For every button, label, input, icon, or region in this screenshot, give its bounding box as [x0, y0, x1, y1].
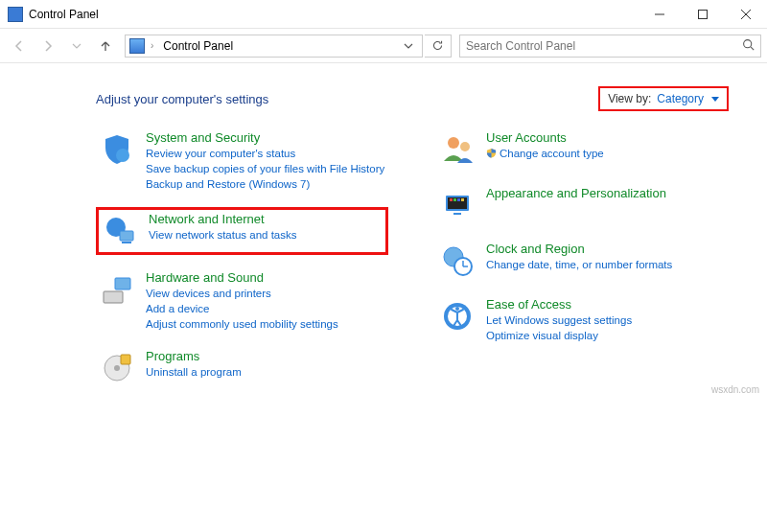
toolbar: › Control Panel — [0, 29, 767, 63]
category-network-internet: Network and InternetView network status … — [96, 207, 388, 255]
category-link[interactable]: Change account type — [486, 147, 604, 161]
svg-rect-8 — [120, 231, 133, 241]
svg-rect-11 — [115, 278, 130, 289]
svg-point-4 — [744, 39, 752, 47]
category-appearance-personalization: Appearance and Personalization — [436, 184, 729, 226]
category-body: Clock and RegionChange date, time, or nu… — [486, 242, 672, 272]
ease-of-access-icon[interactable] — [438, 297, 476, 335]
category-clock-region: Clock and RegionChange date, time, or nu… — [436, 240, 729, 282]
system-security-icon[interactable] — [98, 130, 136, 169]
category-title-user-accounts[interactable]: User Accounts — [486, 130, 604, 146]
svg-point-15 — [448, 137, 459, 149]
category-title-appearance-personalization[interactable]: Appearance and Personalization — [486, 186, 666, 201]
search-icon[interactable] — [742, 38, 755, 54]
category-body: Appearance and Personalization — [486, 186, 666, 201]
watermark: wsxdn.com — [711, 384, 759, 395]
close-button[interactable] — [724, 0, 767, 29]
forward-button[interactable] — [35, 33, 61, 59]
svg-line-5 — [751, 46, 754, 49]
hardware-sound-icon[interactable] — [98, 270, 136, 309]
category-body: System and SecurityReview your computer'… — [146, 130, 384, 192]
svg-rect-19 — [450, 198, 453, 201]
svg-rect-23 — [453, 213, 461, 215]
category-link[interactable]: Change date, time, or number formats — [486, 258, 672, 272]
right-column: User AccountsChange account typeAppearan… — [436, 128, 729, 389]
category-title-programs[interactable]: Programs — [146, 349, 242, 364]
back-button[interactable] — [6, 33, 33, 59]
left-column: System and SecurityReview your computer'… — [96, 128, 388, 389]
recent-locations-button[interactable] — [63, 33, 90, 59]
svg-rect-9 — [122, 242, 131, 243]
svg-rect-1 — [698, 10, 707, 18]
category-link[interactable]: View network status and tasks — [149, 228, 296, 243]
search-box[interactable] — [459, 35, 761, 58]
category-link[interactable]: Uninstall a program — [146, 365, 242, 380]
svg-rect-20 — [453, 198, 456, 201]
category-link[interactable]: View devices and printers — [146, 287, 338, 301]
svg-rect-22 — [461, 198, 464, 201]
up-button[interactable] — [92, 33, 119, 59]
svg-rect-21 — [457, 198, 460, 201]
category-body: Ease of AccessLet Windows suggest settin… — [486, 297, 632, 343]
uac-shield-icon — [486, 148, 500, 159]
category-link[interactable]: Save backup copies of your files with Fi… — [146, 162, 384, 176]
minimize-button[interactable] — [638, 0, 681, 29]
svg-rect-10 — [104, 291, 123, 303]
page-title: Adjust your computer's settings — [96, 92, 598, 106]
category-user-accounts: User AccountsChange account type — [436, 128, 729, 171]
category-ease-of-access: Ease of AccessLet Windows suggest settin… — [436, 295, 729, 345]
titlebar: Control Panel — [0, 0, 767, 29]
category-body: Hardware and SoundView devices and print… — [146, 270, 338, 332]
svg-point-13 — [114, 365, 120, 371]
content-area: Adjust your computer's settings View by:… — [0, 63, 767, 399]
search-input[interactable] — [466, 39, 742, 53]
svg-rect-14 — [121, 355, 130, 364]
category-body: User AccountsChange account type — [486, 130, 604, 161]
category-body: ProgramsUninstall a program — [146, 349, 242, 380]
category-title-ease-of-access[interactable]: Ease of Access — [486, 297, 632, 312]
network-internet-icon[interactable] — [101, 212, 139, 250]
view-by-selector[interactable]: View by: Category — [598, 86, 729, 111]
user-accounts-icon[interactable] — [438, 130, 476, 169]
svg-point-16 — [460, 142, 470, 151]
breadcrumb-root[interactable]: Control Panel — [159, 39, 237, 53]
category-programs: ProgramsUninstall a program — [96, 347, 388, 389]
refresh-button[interactable] — [425, 35, 452, 58]
category-title-network-internet[interactable]: Network and Internet — [149, 212, 296, 227]
dropdown-triangle-icon — [711, 97, 719, 102]
window-controls — [638, 0, 767, 29]
category-link[interactable]: Review your computer's status — [146, 147, 384, 161]
category-title-system-security[interactable]: System and Security — [146, 130, 384, 146]
maximize-button[interactable] — [681, 0, 724, 29]
address-bar[interactable]: › Control Panel — [125, 35, 423, 58]
category-columns: System and SecurityReview your computer'… — [96, 128, 729, 389]
chevron-right-icon: › — [149, 40, 155, 51]
clock-region-icon[interactable] — [438, 242, 476, 280]
control-panel-icon — [8, 7, 23, 22]
view-by-value: Category — [657, 92, 704, 105]
window-title: Control Panel — [29, 8, 638, 21]
category-link[interactable]: Optimize visual display — [486, 329, 632, 343]
category-link[interactable]: Let Windows suggest settings — [486, 313, 632, 328]
content-header: Adjust your computer's settings View by:… — [96, 86, 729, 111]
category-link[interactable]: Adjust commonly used mobility settings — [146, 317, 338, 332]
category-title-clock-region[interactable]: Clock and Region — [486, 242, 672, 257]
control-panel-icon — [129, 38, 145, 54]
category-link[interactable]: Add a device — [146, 302, 338, 316]
svg-point-6 — [116, 149, 129, 162]
category-hardware-sound: Hardware and SoundView devices and print… — [96, 268, 388, 334]
category-link[interactable]: Backup and Restore (Windows 7) — [146, 177, 384, 192]
programs-icon[interactable] — [98, 349, 136, 387]
address-dropdown[interactable] — [399, 41, 418, 51]
category-body: Network and InternetView network status … — [149, 212, 296, 243]
category-title-hardware-sound[interactable]: Hardware and Sound — [146, 270, 338, 286]
view-by-label: View by: — [608, 92, 651, 105]
category-system-security: System and SecurityReview your computer'… — [96, 128, 388, 194]
svg-point-30 — [455, 307, 459, 311]
appearance-personalization-icon[interactable] — [438, 186, 476, 224]
